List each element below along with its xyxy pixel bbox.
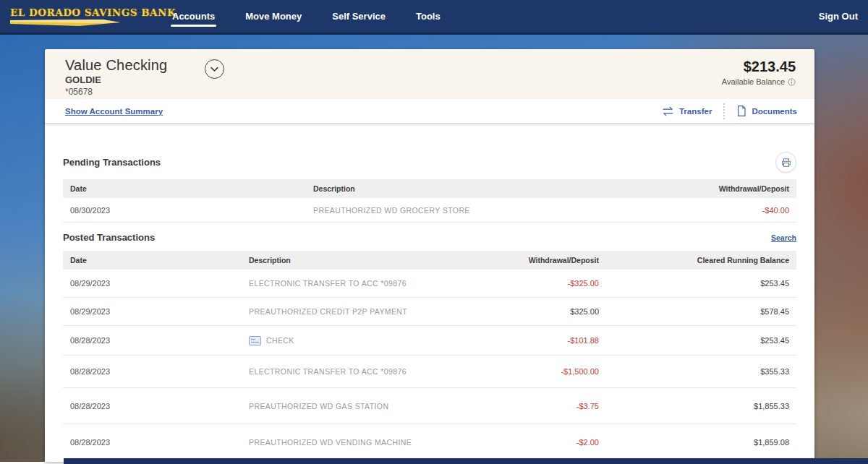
transaction-row[interactable]: 08/29/2023ELECTRONIC TRANSFER TO ACC *09…	[63, 270, 796, 298]
transaction-description: PREAUTHORIZED WD VENDING MACHINE	[249, 438, 440, 447]
pending-transactions-table: Date Description Withdrawal/Deposit 08/3…	[63, 179, 796, 223]
transaction-description: PREAUTHORIZED WD GROCERY STORE	[313, 206, 608, 215]
show-account-summary-link[interactable]: Show Account Summary	[65, 107, 163, 116]
nav-item-self-service[interactable]: Self Service	[331, 1, 387, 32]
nav-item-accounts[interactable]: Accounts	[171, 1, 216, 32]
transaction-row[interactable]: 08/28/2023PREAUTHORIZED WD VENDING MACHI…	[63, 424, 796, 460]
transaction-row[interactable]: 08/28/2023ELECTRONIC TRANSFER TO ACC *09…	[63, 356, 796, 388]
bank-logo[interactable]: EL DORADO SAVINGS BANK	[10, 7, 126, 26]
posted-table-header: Date Description Withdrawal/Deposit Clea…	[63, 251, 796, 270]
logo-swoosh-icon	[10, 20, 120, 26]
transaction-date: 08/28/2023	[63, 336, 249, 345]
transaction-row[interactable]: 08/29/2023PREAUTHORIZED CREDIT P2P PAYME…	[63, 298, 796, 326]
posted-transactions-title: Posted Transactions	[63, 232, 155, 243]
posted-transactions-table: Date Description Withdrawal/Deposit Clea…	[63, 251, 796, 460]
transaction-description-text: PREAUTHORIZED CREDIT P2P PAYMENT	[249, 307, 407, 316]
account-selector-chevron[interactable]	[205, 59, 224, 79]
transaction-date: 08/30/2023	[63, 206, 313, 215]
transfer-button[interactable]: Transfer	[662, 106, 712, 116]
search-link[interactable]: Search	[771, 233, 796, 242]
transaction-amount: -$40.00	[608, 206, 796, 215]
transaction-date: 08/28/2023	[63, 438, 249, 447]
transaction-description: PREAUTHORIZED WD GAS STATION	[249, 402, 440, 411]
transaction-running-balance: $578.45	[606, 307, 796, 316]
document-icon	[736, 106, 746, 116]
account-header: Value Checking GOLDIE *05678 $213.45 Ava…	[45, 49, 814, 99]
transaction-amount: $325.00	[440, 307, 606, 316]
transaction-description: ELECTRONIC TRANSFER TO ACC *09876	[249, 279, 440, 288]
info-icon[interactable]	[788, 78, 796, 86]
account-link-bar: Show Account Summary Transfer Documents	[45, 99, 814, 123]
transaction-description-text: ELECTRONIC TRANSFER TO ACC *09876	[249, 279, 407, 288]
account-nickname: GOLDIE	[65, 74, 167, 85]
transaction-row[interactable]: 08/30/2023PREAUTHORIZED WD GROCERY STORE…	[63, 198, 796, 223]
transfer-icon	[662, 106, 674, 116]
transaction-description-text: CHECK	[266, 336, 294, 345]
pending-table-header: Date Description Withdrawal/Deposit	[63, 179, 796, 198]
transaction-description-text: ELECTRONIC TRANSFER TO ACC *09876	[249, 367, 407, 376]
chevron-down-icon	[209, 64, 220, 74]
page-background: Value Checking GOLDIE *05678 $213.45 Ava…	[0, 35, 868, 462]
transaction-date: 08/28/2023	[63, 367, 249, 376]
account-card: Value Checking GOLDIE *05678 $213.45 Ava…	[45, 49, 814, 462]
transaction-running-balance: $355.33	[606, 367, 796, 376]
transaction-running-balance: $253.45	[606, 279, 796, 288]
account-number: *05678	[65, 87, 167, 97]
available-balance-amount: $213.45	[722, 59, 796, 75]
sign-out-button[interactable]: Sign Out	[819, 11, 858, 22]
transaction-amount: -$325.00	[440, 279, 606, 288]
bank-logo-text: EL DORADO SAVINGS BANK	[10, 7, 126, 18]
transaction-amount: -$101.88	[440, 336, 606, 345]
check-icon	[249, 336, 261, 345]
transaction-amount: -$1,500.00	[440, 367, 606, 376]
transaction-description-text: PREAUTHORIZED WD GAS STATION	[249, 402, 388, 411]
transactions-content: Pending Transactions Date Description Wi…	[45, 152, 814, 460]
nav-item-move-money[interactable]: Move Money	[244, 1, 303, 32]
transaction-amount: -$2.00	[440, 438, 606, 447]
transaction-description: PREAUTHORIZED CREDIT P2P PAYMENT	[249, 307, 440, 316]
transaction-row[interactable]: 08/28/2023PREAUTHORIZED WD GAS STATION-$…	[63, 388, 796, 424]
nav-items: Accounts Move Money Self Service Tools	[171, 1, 442, 32]
print-button[interactable]	[775, 152, 796, 173]
documents-button[interactable]: Documents	[736, 106, 797, 116]
transaction-row[interactable]: 08/28/2023CHECK-$101.88$253.45	[63, 326, 796, 356]
transaction-description: CHECK	[249, 336, 440, 345]
transaction-description-text: PREAUTHORIZED WD GROCERY STORE	[313, 206, 470, 215]
transaction-description: ELECTRONIC TRANSFER TO ACC *09876	[249, 367, 440, 376]
transaction-date: 08/29/2023	[63, 307, 249, 316]
bottom-bar	[64, 458, 868, 464]
transaction-amount: -$3.75	[440, 402, 606, 411]
transaction-description-text: PREAUTHORIZED WD VENDING MACHINE	[249, 438, 412, 447]
action-divider	[723, 103, 725, 119]
top-nav: EL DORADO SAVINGS BANK Accounts Move Mon…	[0, 0, 868, 35]
pending-transactions-title: Pending Transactions	[63, 157, 161, 168]
transaction-running-balance: $1,859.08	[606, 438, 796, 447]
transaction-date: 08/28/2023	[63, 402, 249, 411]
printer-icon	[781, 158, 791, 168]
available-balance-label: Available Balance	[722, 77, 785, 86]
account-name: Value Checking	[65, 57, 167, 74]
transaction-date: 08/29/2023	[63, 279, 249, 288]
nav-item-tools[interactable]: Tools	[414, 1, 442, 32]
transaction-running-balance: $1,855.33	[606, 402, 796, 411]
transaction-running-balance: $253.45	[606, 336, 796, 345]
